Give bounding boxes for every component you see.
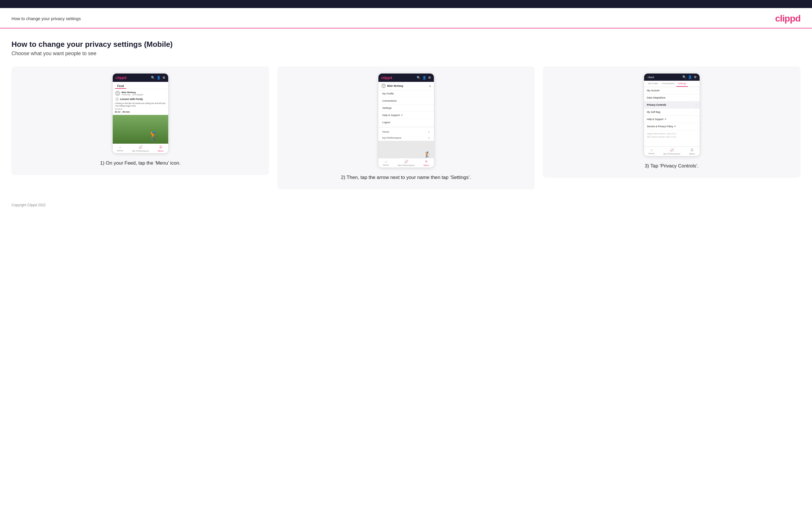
lesson-row: 📋 Lesson with Fordy [115, 97, 166, 101]
settings-item-helpsupport[interactable]: Help & Support ↗ [644, 116, 700, 123]
settings-icon-2: ⚙ [428, 76, 431, 79]
tab-connections[interactable]: Connections [660, 81, 676, 87]
myaccount-chevron: › [696, 89, 697, 92]
mock-logo-2: clippd [381, 75, 392, 80]
back-bar: ‹ Back 🔍 👤 ⚙ [644, 73, 700, 81]
tab-home-3[interactable]: ⌂ Home [648, 148, 654, 155]
performance-icon-3: 📈 [670, 148, 674, 152]
search-icon-2: 🔍 [417, 76, 421, 79]
menu-icon-1: ☰ [159, 145, 162, 149]
tab-performance-1[interactable]: 📈 My Performance [132, 145, 149, 152]
lesson-title: Lesson with Fordy [120, 98, 143, 101]
home-icon-2: ⌂ [385, 160, 387, 163]
footer: Copyright Clippd 2022 [0, 198, 812, 212]
user-info: Blair McHarg Yesterday · Sunningdale [121, 91, 144, 96]
tab-performance-2[interactable]: 📈 My Performance [398, 160, 415, 167]
top-bar [0, 0, 812, 8]
nav-home[interactable]: Home ∨ [378, 129, 434, 135]
page-subheading: Choose what you want people to see [11, 51, 801, 57]
nav-home-label: Home [383, 130, 389, 133]
bottom-tabbar-1: ⌂ Home 📈 My Performance ☰ Menu [113, 144, 168, 153]
version-line2: GQL Server Version: 2022.7.30-1 [647, 135, 697, 139]
settings-item-myaccount[interactable]: My Account › [644, 87, 700, 94]
step-caption-1: 1) On your Feed, tap the ‘Menu’ icon. [100, 160, 181, 167]
mygolfbag-label: My Golf Bag [647, 111, 660, 113]
mygolfbag-chevron: › [696, 111, 697, 113]
copyright: Copyright Clippd 2022 [11, 203, 46, 207]
privacycontrols-chevron: › [696, 103, 697, 106]
dataintegrations-chevron: › [696, 96, 697, 99]
feed-section: Feed [113, 82, 168, 89]
settings-item-privacycontrols[interactable]: Privacy Controls › [644, 101, 700, 109]
main-content: How to change your privacy settings (Mob… [0, 29, 812, 198]
drawer: BM Blair McHarg ∧ My Profile Connections… [378, 82, 434, 141]
connections-label: Connections [383, 99, 397, 102]
menu-divider [378, 127, 434, 127]
phone-mockup-2: clippd 🔍 👤 ⚙ BM Blair McHarg [378, 73, 434, 168]
tab-settings[interactable]: Settings [676, 81, 688, 87]
menu-icon-3: ☰ [691, 148, 694, 152]
step-caption-3: 3) Tap ‘Privacy Controls’. [645, 163, 699, 170]
settings-item-serviceprivacy[interactable]: Service & Privacy Policy ↗ [644, 123, 700, 130]
mock-icons-2: 🔍 👤 ⚙ [417, 76, 431, 79]
search-icon: 🔍 [151, 76, 155, 79]
phone-mockup-1: clippd 🔍 👤 ⚙ Feed BM Blair [112, 73, 168, 153]
performance-icon-2: 📈 [404, 160, 408, 163]
mock-logo-1: clippd [115, 75, 126, 80]
user-icon-3: 👤 [688, 75, 692, 79]
version-info: Clippd Client Version: 2022.8.3-3 GQL Se… [644, 130, 700, 141]
mock-header-1: clippd 🔍 👤 ⚙ [113, 73, 168, 82]
user-sub-1: Yesterday · Sunningdale [121, 94, 144, 96]
menu-item-myprofile[interactable]: My Profile [378, 90, 434, 97]
performance-icon-1: 📈 [139, 145, 143, 149]
phone-mockup-3: ‹ Back 🔍 👤 ⚙ My Profile Connections Sett… [644, 73, 700, 156]
back-button[interactable]: ‹ Back [647, 76, 654, 79]
tab-menu-3[interactable]: ☰ Menu [689, 148, 695, 155]
tab-home-label-3: Home [648, 152, 654, 155]
tab-performance-3[interactable]: 📈 My Performance [663, 148, 680, 155]
nav-performance-label: My Performance [383, 136, 401, 139]
tab-menu-label-3: Menu [689, 153, 695, 155]
menu-item-help[interactable]: Help & Support ↗ [378, 112, 434, 119]
bottom-tabbar-3: ⌂ Home 📈 My Performance ☰ Menu [644, 147, 700, 156]
golfer-figure: 🏌️ [148, 130, 160, 141]
content-person: 🏌️ [424, 151, 431, 158]
feed-label: Feed [115, 83, 126, 89]
drawer-user: BM Blair McHarg [381, 83, 403, 88]
tab-home-1[interactable]: ⌂ Home [117, 145, 123, 152]
settings-spacer [644, 141, 700, 147]
step-caption-2: 2) Then, tap the arrow next to your name… [341, 174, 471, 181]
content-bg: 🏌️ [378, 141, 434, 158]
drawer-chevron[interactable]: ∧ [429, 84, 431, 88]
nav-home-arrow: ∨ [428, 130, 430, 133]
menu-item-settings[interactable]: Settings [378, 105, 434, 112]
tab-menu-2[interactable]: ✕ Menu [423, 160, 429, 167]
step-card-1: clippd 🔍 👤 ⚙ Feed BM Blair [11, 66, 269, 175]
menu-item-logout[interactable]: Logout [378, 119, 434, 126]
lesson-desc: Looking to feel like my hands are exitin… [115, 102, 166, 107]
dataintegrations-label: Data Integrations [647, 96, 666, 99]
header-title: How to change your privacy settings [11, 16, 81, 21]
step-card-3: ‹ Back 🔍 👤 ⚙ My Profile Connections Sett… [543, 66, 801, 178]
menu-item-connections[interactable]: Connections [378, 97, 434, 105]
bottom-tabbar-2: ⌂ Home 📈 My Performance ✕ Menu [378, 158, 434, 167]
lesson-icon: 📋 [115, 97, 119, 101]
page-heading: How to change your privacy settings (Mob… [11, 40, 801, 49]
mock-icons-3: 🔍 👤 ⚙ [682, 75, 697, 79]
tab-menu-1[interactable]: ☰ Menu [158, 145, 164, 152]
tab-performance-label-2: My Performance [398, 164, 415, 167]
myprofile-label: My Profile [383, 92, 394, 95]
nav-performance[interactable]: My Performance ∨ [378, 135, 434, 141]
drawer-header: BM Blair McHarg ∧ [378, 82, 434, 90]
duration-val: 01 hr : 30 min [115, 111, 166, 113]
settings-item-mygolfbag[interactable]: My Golf Bag › [644, 109, 700, 116]
helpsupport-label: Help & Support ↗ [647, 118, 666, 121]
privacycontrols-label: Privacy Controls [647, 103, 666, 106]
nav-performance-arrow: ∨ [428, 136, 430, 139]
tab-home-2[interactable]: ⌂ Home [383, 160, 389, 167]
logout-label: Logout [383, 121, 391, 124]
tab-myprofile[interactable]: My Profile [646, 81, 660, 87]
settings-item-dataintegrations[interactable]: Data Integrations › [644, 94, 700, 101]
user-icon-2: 👤 [422, 76, 426, 79]
settings-icon: ⚙ [162, 76, 165, 79]
